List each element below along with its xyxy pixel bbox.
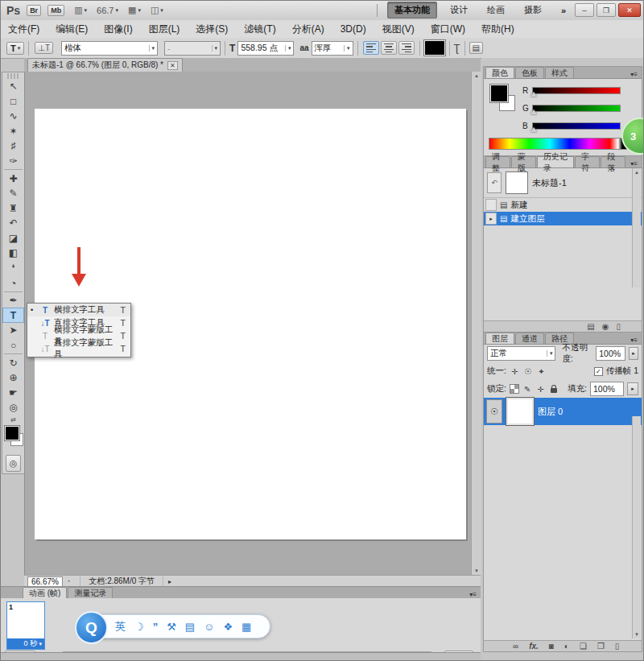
clone-stamp-tool[interactable]: ♜: [2, 200, 24, 216]
tab-measurement-log[interactable]: 测量记录: [68, 587, 113, 598]
menu-layer[interactable]: 图层(L): [141, 20, 188, 38]
gradient-tool[interactable]: ◧: [2, 246, 24, 261]
launch-bridge-button[interactable]: Br: [27, 5, 41, 16]
menu-help[interactable]: 帮助(H): [473, 20, 522, 38]
text-color-swatch[interactable]: [424, 40, 445, 56]
close-button[interactable]: ✕: [618, 3, 641, 17]
workspace-paint-button[interactable]: 绘画: [481, 2, 511, 18]
workspace-overflow-button[interactable]: »: [555, 4, 572, 17]
color-spectrum-ramp[interactable]: [489, 138, 627, 150]
lock-image-icon[interactable]: ✎: [524, 385, 530, 394]
tab-paragraph[interactable]: 段落: [601, 156, 625, 167]
tab-swatches[interactable]: 色板: [515, 67, 544, 78]
menu-image[interactable]: 图像(I): [96, 20, 140, 38]
night-mode-icon[interactable]: ☽: [134, 621, 144, 633]
zoom-tool[interactable]: ◎: [2, 400, 24, 415]
tab-history[interactable]: 历史记录: [537, 156, 574, 167]
layer-style-icon[interactable]: fx.: [529, 642, 539, 651]
foreground-color-swatch[interactable]: [5, 426, 19, 440]
font-size-dropdown[interactable]: 558.95 点▾: [237, 41, 294, 56]
status-expand-icon[interactable]: ▸: [168, 578, 171, 585]
tab-color[interactable]: 颜色: [485, 67, 514, 78]
panel-menu-icon[interactable]: ▾≡: [626, 160, 642, 167]
zoom-percent-field[interactable]: 66.67%: [27, 576, 63, 587]
clipboard-icon[interactable]: ▤: [185, 621, 195, 633]
flyout-item-horizontal-type[interactable]: • T 横排文字工具 T: [27, 304, 130, 316]
panel-menu-icon[interactable]: ▾≡: [465, 591, 481, 598]
history-state-make-layer[interactable]: ▸ ▤ 建立图层: [484, 212, 642, 225]
adjustment-layer-icon[interactable]: ◐: [564, 642, 569, 651]
layer-row-layer0[interactable]: ☉ 图层 0: [484, 398, 642, 425]
3d-rotate-tool[interactable]: ↻: [2, 355, 24, 370]
delete-layer-icon[interactable]: ▯: [615, 642, 620, 651]
pen-tool[interactable]: ✒: [2, 293, 24, 308]
new-doc-from-state-icon[interactable]: ▤: [587, 322, 594, 331]
unify-visibility-icon[interactable]: ☉: [524, 367, 531, 376]
view-extras-dropdown[interactable]: ▦▾: [128, 5, 141, 15]
green-slider-handle[interactable]: [530, 109, 537, 114]
marquee-tool[interactable]: □: [2, 93, 24, 109]
magic-wand-tool[interactable]: ✶: [2, 124, 24, 139]
workspace-basic-button[interactable]: 基本功能: [387, 2, 437, 19]
3d-orbit-tool[interactable]: ⊕: [2, 370, 24, 386]
panel-menu-icon[interactable]: ▾≡: [626, 71, 642, 78]
dodge-tool[interactable]: ◔: [2, 275, 24, 291]
lock-position-icon[interactable]: ✛: [537, 385, 543, 394]
tab-styles[interactable]: 样式: [545, 67, 574, 78]
history-state-slider[interactable]: ▸: [485, 213, 497, 225]
tab-character[interactable]: 字符: [575, 156, 600, 167]
zoom-level-dropdown[interactable]: 66.7▾: [97, 6, 118, 15]
eraser-tool[interactable]: ◪: [2, 231, 24, 246]
menu-3d[interactable]: 3D(D): [332, 20, 374, 38]
scroll-up-icon[interactable]: ▲: [472, 72, 481, 80]
history-brush-source-icon[interactable]: ↶: [487, 172, 502, 193]
brush-tool[interactable]: ✎: [2, 186, 24, 201]
fill-field[interactable]: 100%: [590, 382, 624, 396]
new-group-icon[interactable]: ❏: [580, 642, 587, 651]
quick-mask-button[interactable]: ◎: [6, 455, 21, 473]
menu-window[interactable]: 窗口(W): [423, 20, 473, 38]
blue-slider-handle[interactable]: [530, 127, 537, 132]
workspace-photo-button[interactable]: 摄影: [518, 2, 548, 18]
lock-all-icon[interactable]: [551, 388, 557, 393]
skin-icon[interactable]: ❖: [223, 621, 233, 633]
restore-button[interactable]: ❐: [597, 3, 616, 17]
history-state-well[interactable]: [485, 199, 497, 211]
menu-file[interactable]: 文件(F): [0, 20, 47, 38]
link-layers-icon[interactable]: ∞: [513, 642, 518, 651]
panel-grip[interactable]: [7, 73, 19, 79]
history-state-new[interactable]: ▤ 新建: [484, 198, 642, 212]
lasso-tool[interactable]: ∿: [2, 109, 24, 124]
crop-tool[interactable]: ♯: [2, 138, 24, 154]
layer-visibility-toggle[interactable]: ☉: [486, 399, 502, 423]
add-mask-icon[interactable]: ◙: [549, 642, 554, 651]
history-brush-tool[interactable]: ↶: [2, 216, 24, 231]
font-style-dropdown[interactable]: -▾: [164, 41, 221, 56]
new-snapshot-icon[interactable]: ◉: [602, 322, 609, 331]
path-select-tool[interactable]: ➤: [2, 323, 24, 338]
vertical-scrollbar[interactable]: ▲ ▼: [471, 72, 481, 575]
new-layer-icon[interactable]: ❐: [597, 642, 605, 651]
tab-masks[interactable]: 蒙版: [511, 156, 536, 167]
red-slider[interactable]: [532, 87, 621, 94]
tab-channels[interactable]: 通道: [515, 333, 544, 344]
menu-analysis[interactable]: 分析(A): [284, 20, 332, 38]
toggle-panels-button[interactable]: ▤: [469, 42, 483, 54]
unify-position-icon[interactable]: ✛: [511, 367, 518, 376]
scroll-up-icon[interactable]: ▲: [633, 168, 641, 176]
english-mode-icon[interactable]: 英: [115, 619, 126, 634]
move-tool[interactable]: ↖: [2, 79, 24, 94]
blue-slider[interactable]: [532, 122, 621, 130]
opacity-field[interactable]: 100%: [596, 346, 625, 361]
eyedropper-tool[interactable]: ✑: [2, 154, 24, 169]
anti-alias-dropdown[interactable]: 浑厚▾: [312, 41, 353, 56]
align-right-button[interactable]: [398, 41, 415, 55]
healing-brush-tool[interactable]: ✚: [2, 171, 24, 186]
toolbox-icon[interactable]: ⚒: [167, 621, 176, 633]
menu-select[interactable]: 选择(S): [188, 20, 236, 38]
layers-scrollbar[interactable]: ▼: [632, 416, 641, 638]
panel-menu-icon[interactable]: ▾≡: [626, 337, 642, 344]
align-center-button[interactable]: [381, 41, 397, 55]
blur-tool[interactable]: ❛: [2, 261, 24, 276]
punctuation-icon[interactable]: ”: [153, 621, 159, 633]
